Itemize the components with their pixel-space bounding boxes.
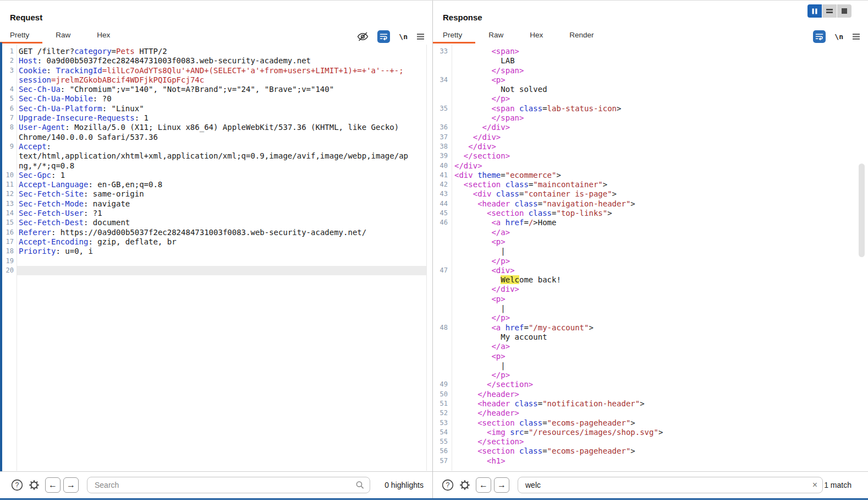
code-line: 53 <section class="ecoms-pageheader"> [433, 418, 868, 428]
request-panel-title: Request [10, 13, 42, 22]
code-line: 34 <p> [433, 75, 868, 85]
code-line: </span> [433, 113, 868, 123]
response-match-count: 1 match [824, 481, 851, 489]
code-line: </p> [433, 371, 868, 380]
code-line: 51 <header class="notification-header"> [433, 399, 868, 409]
response-tab-raw[interactable]: Raw [475, 31, 517, 43]
request-search-input[interactable] [87, 477, 370, 493]
code-line: 12Sec-Fetch-Site: same-origin [0, 189, 432, 199]
code-line: 20 [0, 266, 432, 275]
code-line: ng,*/*;q=0.8 [0, 161, 432, 171]
code-line: </p> [433, 94, 868, 104]
code-line: </p> [433, 313, 868, 323]
code-line: 10Sec-Gpc: 1 [0, 171, 432, 180]
response-panel: Response Pretty Raw Hex Render \n 33 <sp… [433, 1, 868, 501]
code-line: Not solved [433, 85, 868, 94]
response-tab-row: Pretty Raw Hex Render [433, 29, 868, 43]
response-editor-icons: \n [813, 30, 860, 43]
code-line: 48 <a href="/my-account"> [433, 323, 868, 333]
request-editor-right-edge [426, 45, 427, 471]
code-line: 41<div theme="ecommerce"> [433, 171, 868, 180]
code-line: 3Cookie: TrackingId=lilLc7oAdYTs8Qlu'+AN… [0, 66, 432, 75]
search-prev-button[interactable]: ← [45, 477, 61, 493]
code-line: 15Sec-Fetch-Dest: document [0, 218, 432, 227]
response-editor[interactable]: 33 <span> LAB </span>34 <p> Not solved <… [433, 45, 868, 471]
request-panel: Request Pretty Raw Hex \n 1GET /filter?c… [0, 1, 432, 501]
code-line: 14Sec-Fetch-User: ?1 [0, 209, 432, 218]
single-pane-button[interactable] [837, 4, 851, 18]
response-gutter-divider [452, 45, 452, 471]
code-line: <p> [433, 352, 868, 361]
search-prev-button[interactable]: ← [476, 477, 491, 493]
code-line: 40</div> [433, 161, 868, 171]
code-line: 8User-Agent: Mozilla/5.0 (X11; Linux x86… [0, 123, 432, 132]
code-line: My account [433, 333, 868, 342]
request-editor-icons: \n [357, 30, 425, 43]
code-line: | [433, 304, 868, 313]
code-line: 9Accept: [0, 142, 432, 151]
request-tab-raw[interactable]: Raw [42, 31, 84, 43]
code-line: 35 <span class=lab-status-icon> [433, 104, 868, 113]
code-line: 42 <section class="maincontainer"> [433, 180, 868, 189]
rows-layout-button[interactable] [822, 4, 837, 18]
response-tab-render[interactable]: Render [556, 31, 607, 43]
request-code: 1GET /filter?category=Pets HTTP/22Host: … [0, 47, 432, 275]
code-line: | [433, 361, 868, 371]
code-line: 43 <div class="container is-page"> [433, 189, 868, 199]
code-line: 13Sec-Fetch-Mode: navigate [0, 199, 432, 209]
word-wrap-icon[interactable] [377, 30, 390, 43]
code-line: 55 </section> [433, 437, 868, 446]
code-line: session=jrelmZGkobABcif4WDFjkPQIGpFcj74c [0, 75, 432, 85]
code-line: 16Referer: https://0a9d00b5037f2ec282484… [0, 228, 432, 237]
code-line: </div> [433, 285, 868, 294]
response-search-bar: ? ← → × 1 match [433, 471, 868, 498]
code-line: 54 <img src="/resources/images/shop.svg"… [433, 428, 868, 437]
response-search-box: × [518, 477, 823, 493]
search-next-button[interactable]: → [494, 477, 509, 493]
response-code: 33 <span> LAB </span>34 <p> Not solved <… [433, 47, 868, 466]
request-tab-hex[interactable]: Hex [84, 31, 123, 43]
response-search-input[interactable] [518, 477, 823, 493]
code-line: 1GET /filter?category=Pets HTTP/2 [0, 47, 432, 56]
request-highlight-count: 0 highlights [384, 481, 424, 489]
menu-icon[interactable] [852, 33, 860, 40]
newline-icon[interactable]: \n [834, 32, 843, 41]
code-line: 38 </div> [433, 142, 868, 151]
code-line: <p> [433, 295, 868, 304]
code-line: 33 <span> [433, 47, 868, 56]
clear-search-icon[interactable]: × [812, 480, 817, 490]
help-icon[interactable]: ? [442, 479, 454, 491]
code-line: </p> [433, 257, 868, 266]
code-line: 50 </header> [433, 390, 868, 399]
response-tab-underline [433, 42, 443, 43]
code-line: 18Priority: u=0, i [0, 247, 432, 256]
code-line: 19 [0, 257, 432, 266]
code-line: | [433, 247, 868, 256]
pause-intercept-button[interactable] [807, 4, 822, 18]
help-icon[interactable]: ? [11, 479, 23, 491]
word-wrap-icon[interactable] [813, 30, 826, 43]
code-line: 39 </section> [433, 151, 868, 161]
gear-icon[interactable] [28, 479, 40, 491]
code-line: Chrome/140.0.0.0 Safari/537.36 [0, 133, 432, 142]
gear-icon[interactable] [459, 479, 471, 491]
search-next-button[interactable]: → [63, 477, 79, 493]
response-tab-hex[interactable]: Hex [517, 31, 556, 43]
code-line: </span> [433, 66, 868, 75]
code-line: 36 </div> [433, 123, 868, 132]
code-line: 49 </section> [433, 380, 868, 389]
search-magnifier-icon [355, 481, 365, 490]
eye-slash-icon[interactable] [357, 31, 369, 42]
newline-icon[interactable]: \n [399, 32, 408, 41]
menu-icon[interactable] [416, 33, 425, 40]
code-line: 4Sec-Ch-Ua: "Chromium";v="140", "Not=A?B… [0, 85, 432, 94]
code-line: 52 </header> [433, 409, 868, 418]
window-bottom-border [0, 498, 868, 500]
code-line: 7Upgrade-Insecure-Requests: 1 [0, 113, 432, 123]
response-scrollbar-thumb[interactable] [859, 164, 865, 257]
code-line: 17Accept-Encoding: gzip, deflate, br [0, 237, 432, 247]
request-editor[interactable]: 1GET /filter?category=Pets HTTP/22Host: … [0, 45, 432, 471]
code-line: 56 <section class="ecoms-pageheader"> [433, 446, 868, 456]
code-line: 47 <div> [433, 266, 868, 275]
code-line: <p> [433, 237, 868, 247]
